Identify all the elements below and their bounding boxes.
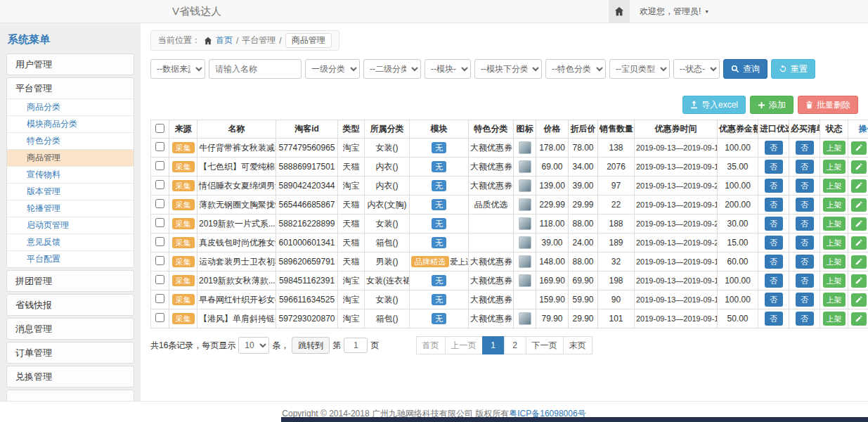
status-cell: 上架 — [820, 215, 848, 234]
import-toggle-button[interactable]: 否 — [765, 141, 783, 155]
row-checkbox[interactable] — [155, 180, 164, 189]
import-toggle-button[interactable]: 否 — [765, 236, 783, 250]
filter-select-4[interactable]: --模块下分类-- — [474, 59, 542, 79]
row-checkbox[interactable] — [155, 199, 164, 208]
edit-button[interactable] — [851, 255, 867, 269]
must-buy-toggle-button[interactable]: 否 — [796, 312, 814, 326]
user-menu[interactable]: 欢迎您，管理员! ▼ — [640, 6, 709, 18]
filter-select-0[interactable]: --数据来源-- — [150, 59, 205, 79]
edit-button[interactable] — [851, 236, 867, 250]
home-button[interactable] — [609, 0, 630, 23]
page-button-3[interactable]: 2 — [504, 336, 526, 354]
sidebar-item-5[interactable]: 订单管理 — [7, 343, 134, 363]
import-toggle-button[interactable]: 否 — [765, 217, 783, 231]
import-toggle-button[interactable]: 否 — [765, 255, 783, 269]
must-buy-toggle-button[interactable]: 否 — [796, 236, 814, 250]
name-cell: 早春网红针织开衫女春... — [197, 290, 276, 309]
sidebar-subitem-1-1[interactable]: 模块商品分类 — [7, 115, 134, 132]
row-checkbox[interactable] — [155, 313, 164, 322]
filter-select-1[interactable]: 一级分类 — [305, 59, 360, 79]
status-button[interactable]: 上架 — [823, 255, 846, 269]
status-button[interactable]: 上架 — [823, 141, 846, 155]
status-button[interactable]: 上架 — [823, 179, 846, 193]
edit-button[interactable] — [851, 198, 867, 212]
row-checkbox[interactable] — [155, 294, 164, 303]
sidebar-subitem-1-2[interactable]: 特色分类 — [7, 132, 134, 149]
sidebar-subitem-1-5[interactable]: 版本管理 — [7, 183, 134, 200]
row-checkbox[interactable] — [155, 256, 164, 265]
column-header-5: 模块 — [410, 120, 469, 139]
status-button[interactable]: 上架 — [823, 274, 846, 288]
page-button-2[interactable]: 1 — [482, 336, 505, 354]
row-checkbox[interactable] — [155, 218, 164, 227]
edit-button[interactable] — [851, 293, 867, 307]
must-buy-toggle-button[interactable]: 否 — [796, 255, 814, 269]
import-toggle-button[interactable]: 否 — [765, 160, 783, 174]
import-toggle-button[interactable]: 否 — [765, 179, 783, 193]
status-button[interactable]: 上架 — [823, 236, 846, 250]
edit-button[interactable] — [851, 217, 867, 231]
import-toggle-button[interactable]: 否 — [765, 293, 783, 307]
sidebar-item-4[interactable]: 消息管理 — [7, 319, 134, 339]
page-button-5[interactable]: 末页 — [563, 336, 592, 354]
sidebar-item-7[interactable] — [7, 390, 134, 401]
must-buy-toggle-button[interactable]: 否 — [796, 179, 814, 193]
row-checkbox[interactable] — [155, 275, 164, 284]
import-toggle-button[interactable]: 否 — [765, 312, 783, 326]
page-button-0[interactable]: 首页 — [416, 336, 446, 354]
status-button[interactable]: 上架 — [823, 160, 846, 174]
edit-button[interactable] — [851, 160, 867, 174]
status-button[interactable]: 上架 — [823, 217, 846, 231]
status-button[interactable]: 上架 — [823, 312, 846, 326]
edit-button[interactable] — [851, 312, 867, 326]
page-jump-input[interactable] — [344, 338, 368, 353]
page-button-1[interactable]: 上一页 — [445, 336, 483, 354]
sidebar-subitem-1-6[interactable]: 轮播管理 — [7, 200, 134, 217]
sidebar-subitem-1-0[interactable]: 商品分类 — [7, 98, 134, 115]
sidebar-subitem-1-9[interactable]: 平台配置 — [7, 250, 134, 267]
filter-select-6[interactable]: --宝贝类型-- — [609, 59, 670, 79]
page-size-select[interactable]: 10 — [238, 337, 269, 354]
edit-icon — [855, 201, 862, 208]
import-toggle-button[interactable]: 否 — [765, 274, 783, 288]
edit-button[interactable] — [851, 274, 867, 288]
reset-button[interactable]: 重置 — [771, 59, 815, 79]
must-buy-toggle-button[interactable]: 否 — [796, 274, 814, 288]
row-checkbox[interactable] — [155, 142, 164, 151]
sidebar-item-3[interactable]: 省钱快报 — [7, 295, 134, 315]
import-excel-button[interactable]: 导入excel — [682, 96, 746, 114]
breadcrumb-home-link[interactable]: 首页 — [216, 34, 233, 46]
status-button[interactable]: 上架 — [823, 198, 846, 212]
row-checkbox[interactable] — [155, 161, 164, 170]
sidebar-subitem-1-8[interactable]: 意见反馈 — [7, 234, 134, 250]
sidebar-item-6[interactable]: 兑换管理 — [7, 366, 134, 387]
filter-select-5[interactable]: --特色分类-- — [545, 59, 606, 79]
jump-button[interactable]: 跳转到 — [292, 337, 330, 354]
name-search-input[interactable] — [209, 59, 302, 79]
filter-select-7[interactable]: --状态-- — [673, 59, 720, 79]
batch-delete-button[interactable]: 批量删除 — [798, 96, 858, 114]
must-buy-toggle-button[interactable]: 否 — [796, 141, 814, 155]
must-buy-toggle-button[interactable]: 否 — [796, 293, 814, 307]
search-button[interactable]: 查询 — [723, 59, 767, 79]
must-buy-toggle-button[interactable]: 否 — [796, 198, 814, 212]
row-checkbox[interactable] — [155, 237, 164, 246]
status-button[interactable]: 上架 — [823, 293, 846, 307]
price-cell: 118.00 — [536, 215, 569, 234]
sidebar-item-2[interactable]: 拼团管理 — [7, 271, 134, 291]
sidebar-subitem-1-7[interactable]: 启动页管理 — [7, 217, 134, 234]
sidebar-item-0[interactable]: 用户管理 — [7, 54, 134, 75]
must-buy-toggle-button[interactable]: 否 — [796, 217, 814, 231]
sidebar-subitem-1-4[interactable]: 宣传物料 — [7, 166, 134, 183]
must-buy-toggle-button[interactable]: 否 — [796, 160, 814, 174]
select-all-checkbox[interactable] — [155, 124, 164, 133]
sidebar-item-1[interactable]: 平台管理 — [7, 78, 134, 98]
import-toggle-button[interactable]: 否 — [765, 198, 783, 212]
sidebar-subitem-1-3[interactable]: 商品管理 — [7, 149, 134, 166]
edit-button[interactable] — [851, 141, 867, 155]
page-button-4[interactable]: 下一页 — [526, 336, 564, 354]
add-button[interactable]: 添加 — [750, 96, 793, 114]
filter-select-2[interactable]: --二级分类-- — [363, 59, 421, 79]
filter-select-3[interactable]: --模块-- — [425, 59, 471, 79]
edit-button[interactable] — [851, 179, 867, 193]
